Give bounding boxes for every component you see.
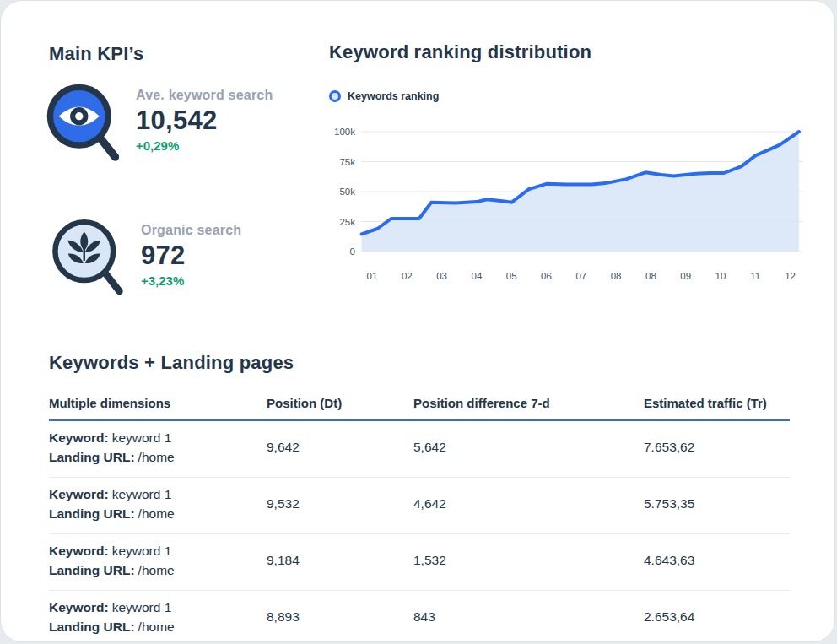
- kpi-section-title: Main KPI’s: [49, 43, 143, 65]
- position-value: 9,184: [267, 553, 413, 568]
- svg-text:04: 04: [472, 271, 483, 281]
- legend-marker-icon: [329, 90, 341, 102]
- chart-title: Keyword ranking distribution: [329, 41, 591, 63]
- svg-text:08: 08: [645, 271, 656, 281]
- svg-text:75k: 75k: [339, 157, 355, 167]
- dimension-landing-url: Landing URL:/home: [49, 560, 267, 580]
- column-header-multiple-dimensions: Multiple dimensions: [49, 396, 267, 410]
- estimated-traffic-value: 7.653,62: [644, 440, 790, 455]
- position-value: 8,893: [267, 609, 413, 625]
- svg-text:100k: 100k: [334, 127, 355, 137]
- svg-text:06: 06: [541, 271, 552, 281]
- kpi-label: Ave. keyword search: [136, 88, 273, 103]
- estimated-traffic-value: 2.653,64: [644, 609, 790, 625]
- svg-text:11: 11: [750, 271, 760, 281]
- svg-text:0: 0: [350, 246, 355, 257]
- keyword-ranking-chart[interactable]: 100k75k50k25k001020304050607080809101112: [326, 122, 811, 285]
- dimension-keyword: Keyword:keyword 1: [49, 428, 267, 447]
- legend-label: Keywords ranking: [348, 90, 439, 102]
- dimension-landing-url: Landing URL:/home: [49, 617, 267, 636]
- svg-text:50k: 50k: [339, 187, 355, 197]
- dimension-keyword: Keyword:keyword 1: [49, 541, 267, 560]
- svg-text:08: 08: [611, 271, 622, 281]
- dimension-landing-url: Landing URL:/home: [49, 504, 267, 523]
- svg-text:01: 01: [367, 271, 378, 281]
- estimated-traffic-value: 4.643,63: [644, 553, 790, 568]
- svg-text:10: 10: [716, 271, 726, 281]
- kpi-organic-search: Organic search 972 +3,23%: [48, 215, 241, 303]
- table-row: Keyword:keyword 1 Landing URL:/home 8,89…: [49, 591, 790, 642]
- position-difference-value: 843: [413, 609, 644, 625]
- svg-text:05: 05: [506, 271, 517, 281]
- table-section-title: Keywords + Landing pages: [49, 352, 294, 374]
- kpi-ave-keyword-search: Ave. keyword search 10,542 +0,29%: [43, 80, 273, 168]
- table-header-row: Multiple dimensions Position (Dt) Positi…: [49, 396, 790, 421]
- svg-text:03: 03: [436, 271, 447, 281]
- column-header-position-difference: Position difference 7-d: [413, 396, 644, 410]
- legend-item-keywords-ranking[interactable]: Keywords ranking: [329, 90, 439, 102]
- svg-text:02: 02: [402, 271, 413, 281]
- position-difference-value: 4,642: [413, 496, 644, 511]
- svg-text:07: 07: [575, 271, 586, 281]
- column-header-estimated-traffic: Estimated traffic (Tr): [644, 396, 790, 410]
- dimension-keyword: Keyword:keyword 1: [49, 484, 267, 504]
- svg-text:12: 12: [785, 271, 796, 281]
- dimension-landing-url: Landing URL:/home: [49, 447, 267, 467]
- svg-text:09: 09: [680, 271, 691, 281]
- kpi-label: Organic search: [141, 223, 241, 238]
- column-header-position: Position (Dt): [267, 396, 413, 410]
- position-value: 9,532: [267, 496, 413, 511]
- kpi-value: 972: [141, 241, 241, 271]
- keywords-landing-table: Multiple dimensions Position (Dt) Positi…: [49, 396, 790, 642]
- dashboard-card: Main KPI’s Ave. keyword search 10,542 +0…: [0, 0, 835, 642]
- position-difference-value: 5,642: [413, 440, 644, 455]
- dimension-keyword: Keyword:keyword 1: [49, 598, 267, 617]
- kpi-value: 10,542: [136, 106, 273, 136]
- eye-magnifier-icon: [43, 80, 122, 168]
- svg-text:25k: 25k: [339, 217, 355, 227]
- estimated-traffic-value: 5.753,35: [644, 496, 790, 511]
- kpi-change-badge: +0,29%: [136, 138, 273, 153]
- position-difference-value: 1,532: [413, 553, 644, 568]
- table-row: Keyword:keyword 1 Landing URL:/home 9,18…: [49, 534, 790, 591]
- table-row: Keyword:keyword 1 Landing URL:/home 9,53…: [49, 478, 790, 534]
- kpi-change-badge: +3,23%: [141, 273, 241, 288]
- position-value: 9,642: [267, 440, 413, 455]
- plant-magnifier-icon: [48, 215, 127, 303]
- table-row: Keyword:keyword 1 Landing URL:/home 9,64…: [49, 421, 790, 478]
